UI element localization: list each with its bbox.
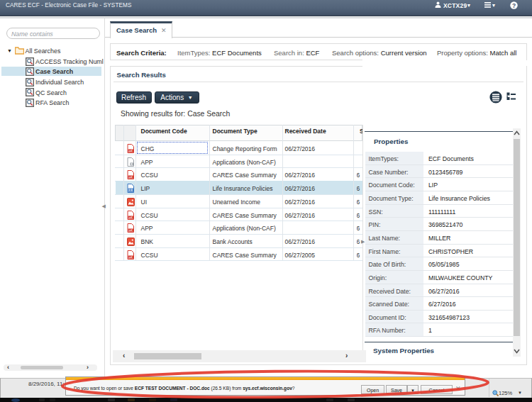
svg-text:?: ? xyxy=(512,2,516,9)
svg-text:pdf: pdf xyxy=(129,256,133,259)
svg-text:pdf: pdf xyxy=(129,216,133,219)
svg-text:pdf: pdf xyxy=(129,229,133,232)
svg-text:pdf: pdf xyxy=(129,176,133,179)
svg-text:pdf: pdf xyxy=(129,150,133,152)
